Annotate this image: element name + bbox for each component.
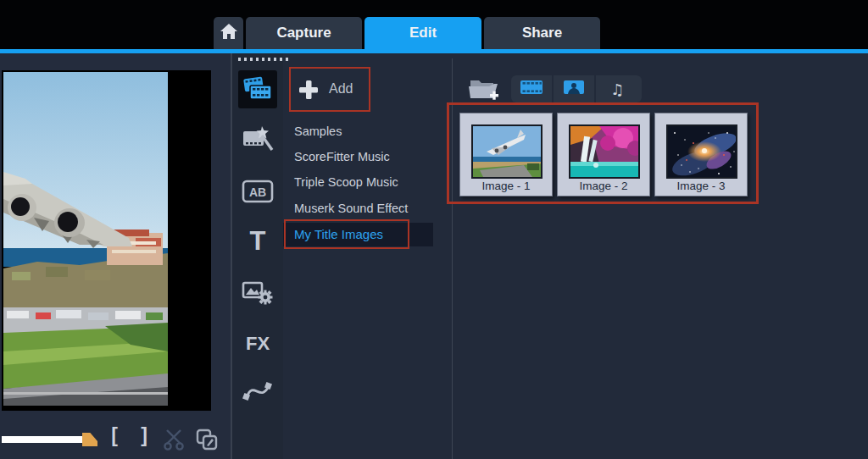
sidebar-tool-titles[interactable]: T [232, 225, 283, 257]
panel-divider-right [452, 58, 453, 459]
media-filter-strip: ♫ [511, 75, 642, 102]
split-scissors-icon[interactable] [164, 429, 187, 454]
tab-capture-label: Capture [276, 25, 331, 41]
overlays-icon [242, 278, 274, 310]
tab-share[interactable]: Share [484, 17, 600, 49]
audio-filter-button[interactable]: ♫ [596, 75, 638, 102]
category-muserk-sound-effect[interactable]: Muserk Sound Effect [294, 202, 408, 218]
category-scorefitter-music[interactable]: ScoreFitter Music [294, 150, 390, 167]
top-tab-bar: Capture Edit Share [0, 0, 868, 49]
sidebar-tool-effects[interactable]: FX [232, 331, 283, 357]
thumbnail-airplane [471, 124, 542, 179]
media-item-2[interactable]: Image - 2 [557, 113, 650, 196]
preview-frame-airplane [3, 72, 168, 406]
add-folder-icon[interactable] [467, 75, 501, 108]
category-samples[interactable]: Samples [294, 124, 342, 141]
titles-icon: T [250, 226, 266, 257]
media-item-3-label: Image - 3 [655, 180, 747, 192]
instant-project-icon [242, 124, 274, 157]
sidebar-tool-motion-path[interactable] [232, 377, 283, 407]
panel-drag-handle[interactable] [238, 58, 292, 61]
video-filter-icon [520, 80, 543, 98]
add-media-label[interactable]: Add [329, 81, 353, 97]
sidebar-tool-overlays[interactable] [232, 279, 283, 309]
add-media-button[interactable] [298, 80, 319, 103]
tab-capture[interactable]: Capture [246, 17, 362, 49]
photo-filter-button[interactable] [554, 75, 596, 102]
sidebar-tool-media-library[interactable] [238, 70, 277, 108]
media-item-3[interactable]: Image - 3 [654, 113, 748, 196]
library-sidebar: AB T [232, 53, 283, 459]
transitions-icon: AB [241, 179, 275, 207]
video-preview [2, 70, 211, 411]
category-triple-scoop-music[interactable]: Triple Scoop Music [294, 175, 398, 192]
main-area: [ ] [0, 53, 868, 459]
mark-out-button[interactable]: ] [136, 424, 152, 450]
sidebar-tool-transitions[interactable]: AB [232, 180, 283, 207]
thumbnail-galaxy [666, 124, 737, 179]
tab-share-label: Share [522, 25, 562, 41]
media-item-1-label: Image - 1 [460, 180, 552, 192]
video-filter-button[interactable] [511, 75, 554, 102]
audio-filter-icon: ♫ [610, 80, 624, 98]
video-editor-window: Capture Edit Share [0, 0, 868, 459]
snapshot-icon[interactable] [195, 428, 219, 455]
preview-panel: [ ] [0, 53, 231, 459]
tab-edit-label: Edit [409, 25, 437, 41]
media-library-icon [242, 75, 273, 105]
preview-scrubber-handle[interactable] [82, 433, 97, 446]
effects-icon: FX [246, 333, 270, 355]
svg-text:AB: AB [249, 185, 266, 199]
category-my-title-images[interactable]: My Title Images [294, 227, 383, 244]
home-tab[interactable] [214, 17, 243, 49]
home-icon [220, 24, 237, 43]
tab-edit[interactable]: Edit [364, 17, 481, 49]
motion-path-icon [242, 376, 274, 408]
photo-filter-icon [563, 80, 585, 98]
thumbnail-waterfall [569, 124, 640, 179]
media-item-1[interactable]: Image - 1 [459, 113, 553, 196]
sidebar-tool-instant-project[interactable] [232, 125, 283, 156]
preview-scrubber-track[interactable] [2, 436, 82, 443]
media-item-2-label: Image - 2 [558, 180, 649, 192]
mark-in-button[interactable]: [ [107, 424, 122, 450]
